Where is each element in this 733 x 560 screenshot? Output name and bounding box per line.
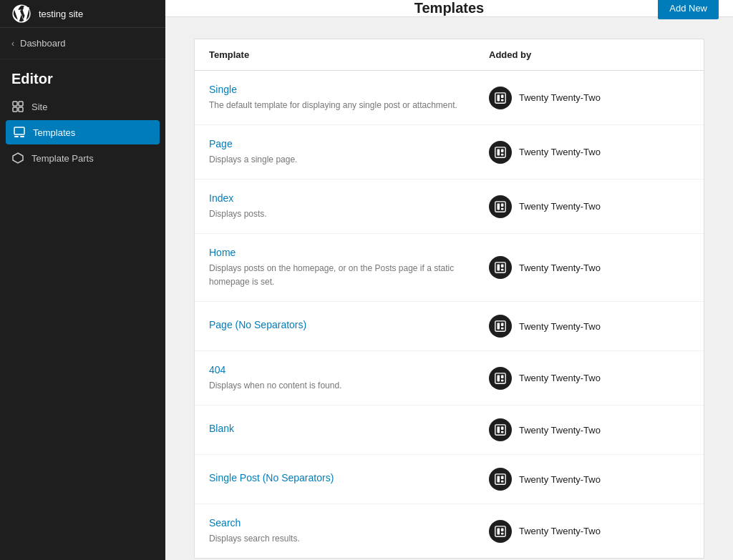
theme-icon [489,367,512,390]
editor-section-label: Editor [0,59,165,94]
template-name[interactable]: Single [209,84,489,95]
table-row: Page (No Separators) Twenty Twenty-Two [195,302,704,351]
svg-rect-7 [495,92,505,102]
svg-rect-36 [497,476,500,483]
table-row: Single Post (No Separators) Twenty Twent… [195,455,704,504]
template-added-by: Twenty Twenty-Two [489,468,689,491]
template-description: Displays when no content is found. [209,380,341,390]
template-name[interactable]: Index [209,192,489,204]
svg-rect-14 [501,153,504,155]
wp-logo-icon [11,4,31,24]
template-added-by: Twenty Twenty-Two [489,256,689,279]
main-content: Templates Add New Template Added by Sing… [165,0,733,560]
template-parts-icon [11,152,24,164]
svg-rect-40 [497,528,500,534]
theme-icon [489,87,512,109]
svg-rect-20 [497,265,500,271]
svg-rect-39 [495,526,505,536]
svg-rect-15 [495,201,505,211]
template-info: Blank [209,423,489,437]
theme-name: Twenty Twenty-Two [519,425,601,436]
sidebar: testing site ‹ Dashboard Editor Site Tem… [0,0,165,560]
svg-rect-37 [501,476,504,480]
sidebar-item-template-parts[interactable]: Template Parts [0,146,165,170]
table-body: Single The default template for displayi… [195,71,704,558]
svg-rect-23 [495,321,505,331]
template-added-by: Twenty Twenty-Two [489,87,689,109]
sidebar-item-templates[interactable]: Templates [6,120,160,144]
svg-rect-30 [501,379,504,381]
dashboard-label: Dashboard [20,38,66,49]
sidebar-item-site[interactable]: Site [0,94,165,119]
dashboard-link[interactable]: ‹ Dashboard [0,28,165,59]
svg-rect-27 [495,373,505,383]
template-name[interactable]: Single Post (No Separators) [209,472,489,483]
template-info: Single The default template for displayi… [209,84,489,112]
template-name[interactable]: Blank [209,423,489,434]
svg-rect-38 [501,481,504,483]
template-name[interactable]: Home [209,247,489,258]
theme-icon [489,520,512,543]
theme-icon [489,418,512,441]
svg-rect-11 [495,147,505,157]
svg-rect-26 [501,328,504,330]
sidebar-item-site-label: Site [31,102,47,112]
svg-rect-5 [14,136,19,137]
svg-rect-18 [501,207,504,210]
theme-name: Twenty Twenty-Two [519,321,601,332]
template-info: 404 Displays when no content is found. [209,364,489,392]
theme-icon [489,256,512,279]
table-row: Blank Twenty Twenty-Two [195,406,704,455]
sidebar-item-template-parts-label: Template Parts [31,153,94,164]
svg-rect-25 [501,323,504,327]
template-info: Home Displays posts on the homepage, or … [209,247,489,288]
templates-icon [13,126,26,139]
template-description: The default template for displaying any … [209,100,457,110]
theme-name: Twenty Twenty-Two [519,92,601,103]
template-name[interactable]: 404 [209,364,489,375]
template-info: Single Post (No Separators) [209,472,489,486]
template-info: Page (No Separators) [209,319,489,333]
template-name[interactable]: Search [209,517,489,529]
svg-rect-4 [14,127,24,134]
template-description: Displays a single page. [209,154,297,164]
svg-rect-1 [19,102,23,106]
svg-rect-9 [501,94,504,98]
add-new-button[interactable]: Add New [658,0,719,19]
theme-name: Twenty Twenty-Two [519,147,601,157]
table-header: Template Added by [195,39,704,71]
table-row: Search Displays search results. Twenty T… [195,504,704,558]
svg-rect-19 [495,262,505,272]
theme-icon [489,468,512,491]
template-info: Search Displays search results. [209,517,489,545]
template-added-by: Twenty Twenty-Two [489,141,689,164]
theme-name: Twenty Twenty-Two [519,373,601,383]
svg-rect-33 [501,427,504,431]
theme-name: Twenty Twenty-Two [519,526,601,536]
template-description: Displays posts on the homepage, or on th… [209,263,454,287]
table-row: Index Displays posts. Twenty Twenty-Two [195,180,704,234]
theme-name: Twenty Twenty-Two [519,474,601,485]
table-row: Page Displays a single page. Twenty Twen… [195,125,704,180]
main-header: Templates Add New [165,0,733,17]
theme-icon [489,315,512,338]
svg-rect-10 [501,99,504,101]
template-added-by: Twenty Twenty-Two [489,418,689,441]
template-description: Displays search results. [209,534,300,544]
svg-rect-31 [495,425,505,435]
template-name[interactable]: Page (No Separators) [209,319,489,330]
svg-rect-16 [497,203,500,210]
theme-icon [489,195,512,218]
template-added-by: Twenty Twenty-Two [489,315,689,338]
svg-rect-22 [501,269,504,271]
svg-rect-29 [501,375,504,378]
col-added-by-header: Added by [489,49,689,60]
template-added-by: Twenty Twenty-Two [489,367,689,390]
templates-table: Template Added by Single The default tem… [194,39,704,559]
site-title: testing site [39,9,83,19]
table-row: Single The default template for displayi… [195,71,704,125]
svg-rect-34 [501,431,504,433]
content-area: Template Added by Single The default tem… [165,17,733,560]
svg-rect-32 [497,427,500,433]
template-name[interactable]: Page [209,138,489,149]
